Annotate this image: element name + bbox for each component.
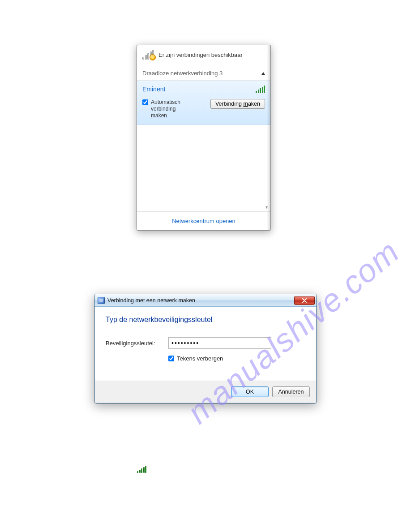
systray-wifi-icon[interactable]: [137, 466, 146, 473]
connect-button[interactable]: Verbinding maken: [210, 99, 265, 109]
cancel-button[interactable]: Annuleren: [272, 386, 310, 397]
open-network-center-link[interactable]: Netwerkcentrum openen: [137, 211, 270, 230]
network-dialog-appicon: [98, 297, 105, 304]
flyout-header-text: Er zijn verbindingen beschikbaar: [158, 51, 243, 58]
dialog-button-bar: OK Annuleren: [95, 381, 316, 403]
security-key-dialog: Verbinding met een netwerk maken Typ de …: [94, 294, 317, 403]
adapter-label: Draadloze netwerkverbinding 3: [142, 70, 223, 77]
wifi-available-icon: [142, 50, 154, 60]
hide-characters-label: Tekens verbergen: [177, 355, 223, 362]
security-key-input[interactable]: [168, 337, 271, 349]
dialog-title: Verbinding met een netwerk maken: [107, 297, 195, 304]
flyout-empty-area: ▾: [137, 125, 270, 211]
scroll-hint-icon: ▾: [265, 205, 268, 210]
close-button[interactable]: [294, 296, 315, 305]
auto-connect-option[interactable]: Automatisch verbinding maken: [142, 99, 187, 119]
hide-characters-checkbox[interactable]: [168, 356, 174, 361]
network-flyout: Er zijn verbindingen beschikbaar Draadlo…: [137, 45, 271, 231]
auto-connect-label: Automatisch verbinding maken: [151, 99, 187, 119]
signal-strength-icon: [256, 86, 265, 93]
adapter-section[interactable]: Draadloze netwerkverbinding 3: [137, 66, 270, 81]
network-item-selected[interactable]: Eminent Automatisch verbinding maken Ver…: [137, 81, 270, 125]
collapse-caret-icon: [261, 72, 265, 75]
flyout-header: Er zijn verbindingen beschikbaar: [137, 45, 270, 66]
dialog-content: Typ de netwerkbeveiligingssleutel Beveil…: [95, 307, 316, 381]
network-name: Eminent: [142, 86, 165, 93]
ok-button[interactable]: OK: [231, 386, 269, 397]
close-icon: [302, 298, 307, 303]
dialog-titlebar[interactable]: Verbinding met een netwerk maken: [94, 294, 317, 307]
dialog-heading: Typ de netwerkbeveiligingssleutel: [106, 316, 305, 324]
auto-connect-checkbox[interactable]: [142, 99, 148, 105]
security-key-label: Beveiligingssleutel:: [106, 340, 159, 347]
